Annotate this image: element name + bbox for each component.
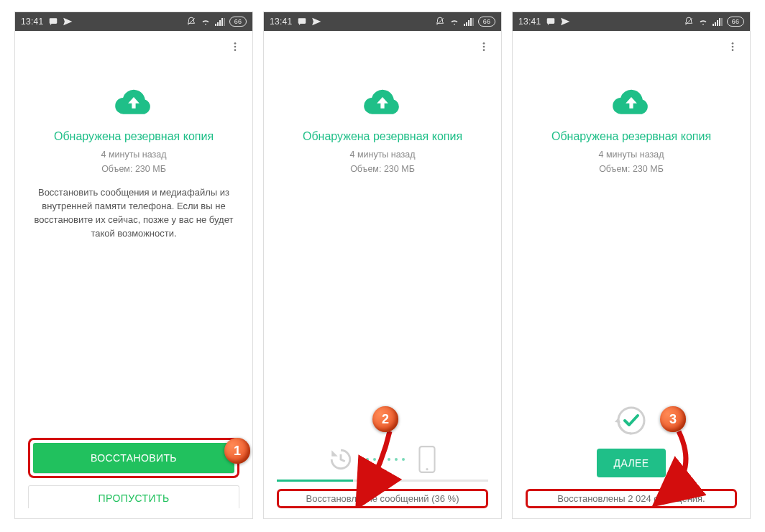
backup-meta: 4 минуты назад Объем: 230 МБ xyxy=(349,147,415,176)
title-bar xyxy=(513,31,750,63)
svg-rect-5 xyxy=(298,18,306,24)
phone-2: 13:41 66 Обнаружена резервная копия 4 м xyxy=(263,12,502,519)
battery-indicator: 66 xyxy=(229,17,247,27)
tutorial-three-screens: 13:41 66 Обнаружена резервная копия 4 м xyxy=(0,0,765,532)
backup-meta: 4 минуты назад Объем: 230 МБ xyxy=(598,147,664,176)
svg-point-4 xyxy=(234,49,237,51)
cloud-upload-icon xyxy=(610,81,652,123)
restore-progress-bar xyxy=(277,480,488,482)
chat-indicator-icon xyxy=(48,17,58,27)
status-time: 13:41 xyxy=(21,17,44,27)
silent-icon xyxy=(684,17,694,27)
backup-age: 4 минуты назад xyxy=(349,150,415,160)
signal-icon xyxy=(215,17,225,26)
send-indicator-icon xyxy=(560,17,570,27)
more-vert-icon xyxy=(229,41,241,52)
restore-description: Восстановить сообщения и медиафайлы из в… xyxy=(28,186,239,240)
status-time: 13:41 xyxy=(270,17,293,27)
svg-rect-12 xyxy=(546,18,554,24)
svg-point-8 xyxy=(483,46,485,48)
chat-indicator-icon xyxy=(297,17,307,27)
backup-found-title: Обнаружена резервная копия xyxy=(303,130,462,143)
restore-progress-text: Восстановление сообщений (36 %) xyxy=(283,493,482,504)
more-vert-icon xyxy=(727,41,738,52)
cloud-upload-icon xyxy=(362,81,403,123)
highlight-done-text: Восстановлены 2 024 сообщения. xyxy=(526,489,737,508)
backup-age: 4 минуты назад xyxy=(101,150,166,160)
title-bar xyxy=(15,31,252,63)
more-vert-icon xyxy=(478,41,490,52)
send-indicator-icon xyxy=(63,17,73,27)
overflow-menu-button[interactable] xyxy=(222,34,248,60)
history-icon xyxy=(329,447,353,472)
backup-size: Объем: 230 МБ xyxy=(350,164,415,174)
transfer-illustration xyxy=(329,445,436,474)
battery-indicator: 66 xyxy=(478,17,495,27)
phone-device-icon xyxy=(418,445,436,474)
highlight-restore-button: ВОССТАНОВИТЬ xyxy=(28,438,239,478)
silent-icon xyxy=(435,17,445,27)
phone-1: 13:41 66 Обнаружена резервная копия 4 м xyxy=(14,12,253,519)
signal-icon xyxy=(464,17,474,26)
restore-done-text: Восстановлены 2 024 сообщения. xyxy=(532,493,730,504)
screen-content: Обнаружена резервная копия 4 минуты наза… xyxy=(513,63,750,518)
svg-point-7 xyxy=(483,42,485,45)
next-button[interactable]: ДАЛЕЕ xyxy=(597,449,666,477)
wifi-icon xyxy=(449,17,459,27)
backup-size: Объем: 230 МБ xyxy=(101,164,166,174)
status-bar: 13:41 66 xyxy=(15,12,252,31)
restore-complete-icon xyxy=(613,403,649,439)
signal-icon xyxy=(713,17,723,26)
dots-path xyxy=(366,458,405,461)
backup-found-title: Обнаружена резервная копия xyxy=(551,130,711,143)
skip-button-label: ПРОПУСТИТЬ xyxy=(99,492,170,504)
next-button-label: ДАЛЕЕ xyxy=(614,457,649,469)
svg-rect-0 xyxy=(49,18,57,24)
svg-point-14 xyxy=(732,42,734,45)
cloud-upload-icon xyxy=(113,81,155,123)
svg-point-11 xyxy=(426,468,428,470)
svg-point-15 xyxy=(732,46,734,48)
chat-indicator-icon xyxy=(546,17,556,27)
battery-indicator: 66 xyxy=(727,17,744,27)
title-bar xyxy=(264,31,501,63)
skip-button[interactable]: ПРОПУСТИТЬ xyxy=(28,485,239,508)
overflow-menu-button[interactable] xyxy=(720,34,746,60)
status-bar: 13:41 66 xyxy=(513,12,750,31)
backup-meta: 4 минуты назад Объем: 230 МБ xyxy=(101,147,166,176)
restore-button[interactable]: ВОССТАНОВИТЬ xyxy=(33,443,234,473)
highlight-progress-text: Восстановление сообщений (36 %) xyxy=(277,489,488,508)
restore-button-label: ВОССТАНОВИТЬ xyxy=(91,452,177,464)
screen-content: Обнаружена резервная копия 4 минуты наза… xyxy=(15,63,252,518)
status-bar: 13:41 66 xyxy=(264,12,501,31)
overflow-menu-button[interactable] xyxy=(471,34,497,60)
svg-point-3 xyxy=(234,46,237,48)
screen-content: Обнаружена резервная копия 4 минуты наза… xyxy=(264,63,501,518)
status-time: 13:41 xyxy=(518,17,541,27)
backup-age: 4 минуты назад xyxy=(598,150,664,160)
wifi-icon xyxy=(698,17,708,27)
phone-3: 13:41 66 Обнаружена резервная копия 4 м xyxy=(512,12,751,519)
silent-icon xyxy=(186,17,196,27)
wifi-icon xyxy=(201,17,211,27)
send-indicator-icon xyxy=(311,17,321,27)
svg-point-2 xyxy=(234,42,237,45)
svg-point-9 xyxy=(483,49,485,51)
svg-point-16 xyxy=(732,49,734,51)
backup-found-title: Обнаружена резервная копия xyxy=(54,130,214,143)
backup-size: Объем: 230 МБ xyxy=(599,164,664,174)
